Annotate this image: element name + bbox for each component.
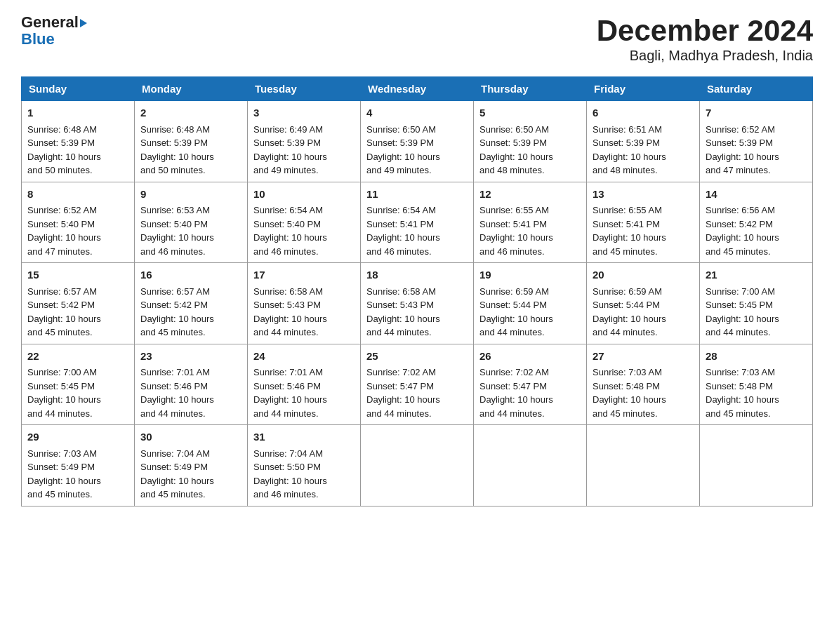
- calendar-day-cell: 14Sunrise: 6:56 AMSunset: 5:42 PMDayligh…: [700, 182, 813, 263]
- day-number: 25: [366, 349, 468, 365]
- weekday-header: Saturday: [700, 77, 813, 101]
- calendar-day-cell: [700, 425, 813, 507]
- calendar-week-row: 1Sunrise: 6:48 AMSunset: 5:39 PMDaylight…: [22, 101, 813, 182]
- calendar-day-cell: 28Sunrise: 7:03 AMSunset: 5:48 PMDayligh…: [700, 344, 813, 425]
- day-number: 5: [479, 105, 581, 121]
- page-header: General Blue December 2024 Bagli, Madhya…: [21, 14, 813, 64]
- calendar-week-row: 15Sunrise: 6:57 AMSunset: 5:42 PMDayligh…: [22, 263, 813, 344]
- calendar-day-cell: 17Sunrise: 6:58 AMSunset: 5:43 PMDayligh…: [248, 263, 361, 344]
- day-number: 11: [366, 187, 468, 203]
- day-number: 6: [593, 105, 694, 121]
- logo-arrow-icon: [80, 19, 87, 27]
- calendar-day-cell: 24Sunrise: 7:01 AMSunset: 5:46 PMDayligh…: [248, 344, 361, 425]
- weekday-header: Monday: [135, 77, 248, 101]
- calendar-day-cell: 16Sunrise: 6:57 AMSunset: 5:42 PMDayligh…: [135, 263, 248, 344]
- day-number: 3: [253, 105, 355, 121]
- day-number: 26: [479, 349, 581, 365]
- calendar-day-cell: 30Sunrise: 7:04 AMSunset: 5:49 PMDayligh…: [135, 425, 248, 507]
- calendar-day-cell: 9Sunrise: 6:53 AMSunset: 5:40 PMDaylight…: [135, 182, 248, 263]
- calendar-title: December 2024: [597, 14, 813, 48]
- calendar-header: SundayMondayTuesdayWednesdayThursdayFrid…: [22, 77, 813, 101]
- title-block: December 2024 Bagli, Madhya Pradesh, Ind…: [597, 14, 813, 64]
- calendar-day-cell: 6Sunrise: 6:51 AMSunset: 5:39 PMDaylight…: [587, 101, 700, 182]
- calendar-table: SundayMondayTuesdayWednesdayThursdayFrid…: [21, 76, 813, 507]
- calendar-day-cell: 11Sunrise: 6:54 AMSunset: 5:41 PMDayligh…: [361, 182, 474, 263]
- day-number: 8: [27, 187, 128, 203]
- calendar-day-cell: 21Sunrise: 7:00 AMSunset: 5:45 PMDayligh…: [700, 263, 813, 344]
- calendar-day-cell: [587, 425, 700, 507]
- day-number: 2: [140, 105, 241, 121]
- day-number: 18: [366, 267, 468, 283]
- calendar-day-cell: 1Sunrise: 6:48 AMSunset: 5:39 PMDaylight…: [22, 101, 135, 182]
- calendar-day-cell: 23Sunrise: 7:01 AMSunset: 5:46 PMDayligh…: [135, 344, 248, 425]
- calendar-subtitle: Bagli, Madhya Pradesh, India: [597, 48, 813, 64]
- day-number: 21: [706, 267, 807, 283]
- calendar-day-cell: 2Sunrise: 6:48 AMSunset: 5:39 PMDaylight…: [135, 101, 248, 182]
- calendar-day-cell: 12Sunrise: 6:55 AMSunset: 5:41 PMDayligh…: [474, 182, 587, 263]
- calendar-body: 1Sunrise: 6:48 AMSunset: 5:39 PMDaylight…: [22, 101, 813, 507]
- calendar-day-cell: 18Sunrise: 6:58 AMSunset: 5:43 PMDayligh…: [361, 263, 474, 344]
- calendar-day-cell: 5Sunrise: 6:50 AMSunset: 5:39 PMDaylight…: [474, 101, 587, 182]
- calendar-day-cell: [361, 425, 474, 507]
- calendar-day-cell: 13Sunrise: 6:55 AMSunset: 5:41 PMDayligh…: [587, 182, 700, 263]
- weekday-header: Tuesday: [248, 77, 361, 101]
- day-number: 30: [140, 429, 241, 445]
- calendar-day-cell: 10Sunrise: 6:54 AMSunset: 5:40 PMDayligh…: [248, 182, 361, 263]
- day-number: 12: [479, 187, 581, 203]
- day-number: 31: [253, 429, 355, 445]
- calendar-day-cell: 20Sunrise: 6:59 AMSunset: 5:44 PMDayligh…: [587, 263, 700, 344]
- day-number: 15: [27, 267, 128, 283]
- day-number: 24: [253, 349, 355, 365]
- day-number: 27: [593, 349, 694, 365]
- day-number: 4: [366, 105, 468, 121]
- weekday-header: Friday: [587, 77, 700, 101]
- day-number: 7: [706, 105, 807, 121]
- weekday-header: Wednesday: [361, 77, 474, 101]
- logo-general: General: [21, 14, 79, 31]
- day-number: 28: [706, 349, 807, 365]
- day-number: 13: [593, 187, 694, 203]
- day-number: 1: [27, 105, 128, 121]
- day-number: 17: [253, 267, 355, 283]
- logo-blue: Blue: [21, 31, 87, 48]
- weekday-header: Thursday: [474, 77, 587, 101]
- calendar-day-cell: 26Sunrise: 7:02 AMSunset: 5:47 PMDayligh…: [474, 344, 587, 425]
- day-number: 29: [27, 429, 128, 445]
- day-number: 19: [479, 267, 581, 283]
- calendar-day-cell: 25Sunrise: 7:02 AMSunset: 5:47 PMDayligh…: [361, 344, 474, 425]
- calendar-day-cell: [474, 425, 587, 507]
- calendar-day-cell: 3Sunrise: 6:49 AMSunset: 5:39 PMDaylight…: [248, 101, 361, 182]
- day-number: 10: [253, 187, 355, 203]
- calendar-day-cell: 8Sunrise: 6:52 AMSunset: 5:40 PMDaylight…: [22, 182, 135, 263]
- day-number: 9: [140, 187, 241, 203]
- calendar-day-cell: 15Sunrise: 6:57 AMSunset: 5:42 PMDayligh…: [22, 263, 135, 344]
- calendar-day-cell: 4Sunrise: 6:50 AMSunset: 5:39 PMDaylight…: [361, 101, 474, 182]
- calendar-day-cell: 19Sunrise: 6:59 AMSunset: 5:44 PMDayligh…: [474, 263, 587, 344]
- calendar-week-row: 8Sunrise: 6:52 AMSunset: 5:40 PMDaylight…: [22, 182, 813, 263]
- calendar-week-row: 22Sunrise: 7:00 AMSunset: 5:45 PMDayligh…: [22, 344, 813, 425]
- day-number: 20: [593, 267, 694, 283]
- day-number: 16: [140, 267, 241, 283]
- calendar-day-cell: 29Sunrise: 7:03 AMSunset: 5:49 PMDayligh…: [22, 425, 135, 507]
- day-number: 14: [706, 187, 807, 203]
- day-number: 22: [27, 349, 128, 365]
- calendar-week-row: 29Sunrise: 7:03 AMSunset: 5:49 PMDayligh…: [22, 425, 813, 507]
- calendar-day-cell: 31Sunrise: 7:04 AMSunset: 5:50 PMDayligh…: [248, 425, 361, 507]
- calendar-day-cell: 27Sunrise: 7:03 AMSunset: 5:48 PMDayligh…: [587, 344, 700, 425]
- calendar-day-cell: 7Sunrise: 6:52 AMSunset: 5:39 PMDaylight…: [700, 101, 813, 182]
- day-number: 23: [140, 349, 241, 365]
- logo: General Blue: [21, 14, 87, 48]
- calendar-day-cell: 22Sunrise: 7:00 AMSunset: 5:45 PMDayligh…: [22, 344, 135, 425]
- weekday-header: Sunday: [22, 77, 135, 101]
